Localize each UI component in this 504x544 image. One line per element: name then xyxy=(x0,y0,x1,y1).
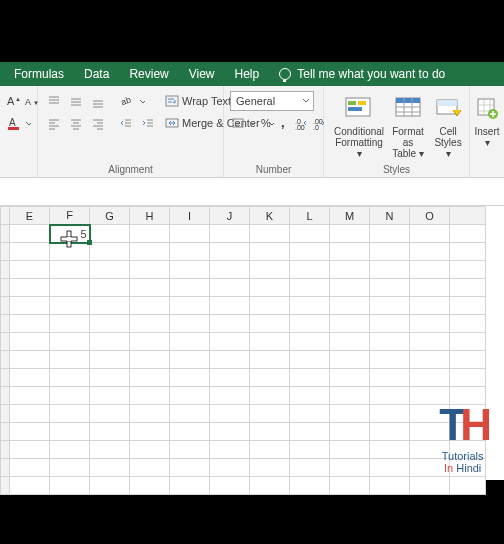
cell[interactable] xyxy=(50,297,90,315)
column-header-M[interactable]: M xyxy=(330,207,370,225)
cell[interactable] xyxy=(290,423,330,441)
cell[interactable] xyxy=(50,279,90,297)
column-header-J[interactable]: J xyxy=(210,207,250,225)
cell[interactable] xyxy=(450,315,486,333)
column-header-F[interactable]: F xyxy=(50,207,90,225)
cell[interactable] xyxy=(410,297,450,315)
cell[interactable] xyxy=(250,333,290,351)
cell[interactable] xyxy=(170,315,210,333)
column-header-I[interactable]: I xyxy=(170,207,210,225)
cell[interactable] xyxy=(370,243,410,261)
cell[interactable] xyxy=(130,225,170,243)
cell[interactable] xyxy=(330,423,370,441)
cell[interactable] xyxy=(370,423,410,441)
cell[interactable] xyxy=(10,405,50,423)
cell[interactable] xyxy=(250,243,290,261)
cell[interactable] xyxy=(10,477,50,495)
accounting-format-button[interactable]: $ xyxy=(230,113,246,133)
cell[interactable] xyxy=(290,441,330,459)
cell[interactable] xyxy=(10,351,50,369)
cell[interactable] xyxy=(370,297,410,315)
cell[interactable] xyxy=(50,243,90,261)
align-bottom-button[interactable] xyxy=(88,91,108,111)
cell[interactable] xyxy=(90,405,130,423)
cell[interactable] xyxy=(250,405,290,423)
orientation-button[interactable]: ab xyxy=(116,91,136,111)
cell[interactable] xyxy=(370,405,410,423)
cell[interactable] xyxy=(370,315,410,333)
column-header-L[interactable]: L xyxy=(290,207,330,225)
cell[interactable] xyxy=(330,297,370,315)
cell[interactable] xyxy=(410,243,450,261)
cell[interactable] xyxy=(10,315,50,333)
cell[interactable] xyxy=(330,279,370,297)
accounting-dropdown[interactable] xyxy=(248,113,256,133)
cell[interactable] xyxy=(170,423,210,441)
cell[interactable] xyxy=(410,315,450,333)
column-header-H[interactable]: H xyxy=(130,207,170,225)
cell[interactable] xyxy=(250,369,290,387)
cell[interactable] xyxy=(130,333,170,351)
cell[interactable] xyxy=(290,333,330,351)
cell[interactable] xyxy=(410,369,450,387)
cell[interactable] xyxy=(50,405,90,423)
cell[interactable] xyxy=(410,279,450,297)
cell[interactable] xyxy=(10,459,50,477)
cell[interactable] xyxy=(370,369,410,387)
cell[interactable] xyxy=(130,315,170,333)
cell[interactable] xyxy=(210,225,250,243)
cell[interactable] xyxy=(250,477,290,495)
cell[interactable] xyxy=(90,279,130,297)
column-header-O[interactable]: O xyxy=(410,207,450,225)
cell[interactable] xyxy=(50,369,90,387)
cell[interactable] xyxy=(210,441,250,459)
cell[interactable] xyxy=(10,279,50,297)
cell[interactable] xyxy=(330,333,370,351)
column-header-K[interactable]: K xyxy=(250,207,290,225)
cell[interactable] xyxy=(210,351,250,369)
comma-button[interactable]: , xyxy=(276,113,292,133)
cell[interactable] xyxy=(210,423,250,441)
cell[interactable] xyxy=(290,315,330,333)
cell[interactable] xyxy=(250,441,290,459)
cell[interactable] xyxy=(450,297,486,315)
cell[interactable] xyxy=(290,243,330,261)
align-right-button[interactable] xyxy=(88,113,108,133)
number-format-combo[interactable]: General xyxy=(230,91,314,111)
cell[interactable] xyxy=(210,297,250,315)
cell[interactable] xyxy=(290,261,330,279)
tell-me[interactable]: Tell me what you want to do xyxy=(269,67,445,81)
align-middle-button[interactable] xyxy=(66,91,86,111)
cell[interactable] xyxy=(10,441,50,459)
cell[interactable] xyxy=(10,387,50,405)
cell[interactable] xyxy=(130,261,170,279)
cell[interactable] xyxy=(210,243,250,261)
cell[interactable] xyxy=(130,387,170,405)
cell[interactable] xyxy=(50,333,90,351)
cell[interactable] xyxy=(130,441,170,459)
cell[interactable] xyxy=(90,477,130,495)
cell[interactable] xyxy=(90,333,130,351)
cell[interactable] xyxy=(10,423,50,441)
percent-button[interactable]: % xyxy=(258,113,274,133)
cell[interactable] xyxy=(410,261,450,279)
cell[interactable] xyxy=(90,459,130,477)
cell[interactable] xyxy=(410,351,450,369)
cell[interactable] xyxy=(250,297,290,315)
cell[interactable] xyxy=(250,351,290,369)
column-header-G[interactable]: G xyxy=(90,207,130,225)
cell[interactable] xyxy=(10,225,50,243)
insert-button[interactable]: Insert▾ xyxy=(476,90,498,150)
orientation-dropdown[interactable] xyxy=(138,91,146,111)
cell[interactable] xyxy=(170,351,210,369)
cell[interactable] xyxy=(130,369,170,387)
cell[interactable] xyxy=(210,477,250,495)
cell[interactable] xyxy=(210,459,250,477)
cell[interactable] xyxy=(210,405,250,423)
cell[interactable] xyxy=(50,261,90,279)
cell[interactable] xyxy=(410,333,450,351)
cell[interactable] xyxy=(370,333,410,351)
cell[interactable] xyxy=(50,459,90,477)
cell[interactable] xyxy=(330,405,370,423)
cell[interactable] xyxy=(50,477,90,495)
